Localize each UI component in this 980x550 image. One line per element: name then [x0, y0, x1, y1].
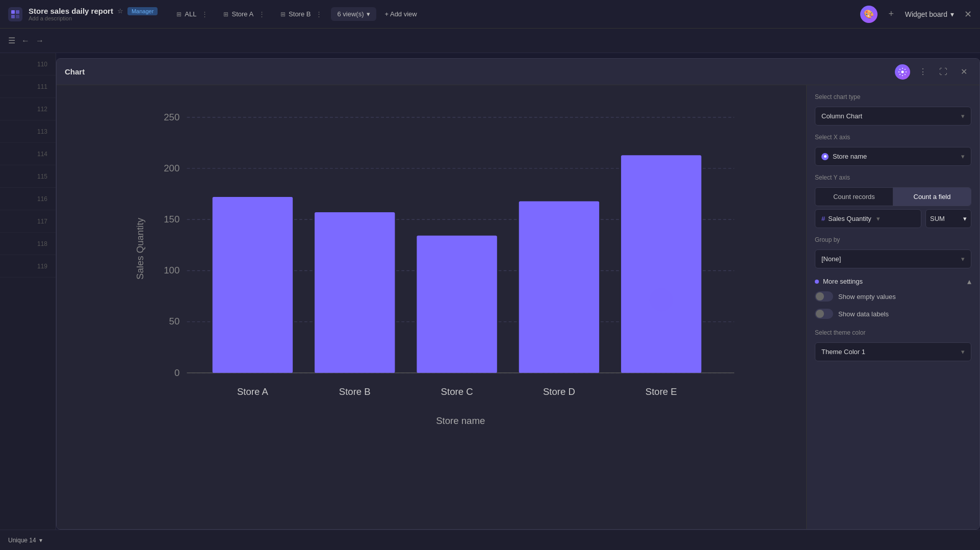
chart-area: 0 50 100 150 200 250 Sales Quantity: [57, 85, 806, 529]
views-button[interactable]: 6 view(s) ▾: [331, 7, 376, 21]
group-by-label: Group by: [815, 236, 971, 243]
group-by-value: [None]: [821, 255, 841, 263]
chevron-down-icon-chart: ▾: [961, 112, 965, 120]
widget-board-label: Widget board: [905, 10, 947, 18]
tab-all-label: ALL: [185, 10, 196, 18]
title-section: Store sales daily report ☆ Manager Add a…: [29, 7, 158, 21]
settings-icon: [898, 68, 907, 76]
count-field-button[interactable]: Count a field: [893, 188, 971, 206]
modal-header-actions: ⋮ ⛶ ✕: [895, 64, 971, 80]
redo-icon[interactable]: →: [36, 36, 44, 45]
expand-button[interactable]: ⛶: [936, 64, 951, 80]
settings-button[interactable]: [895, 64, 910, 80]
modal-title: Chart: [65, 67, 85, 76]
widget-board-button[interactable]: Widget board ▾: [905, 10, 954, 18]
svg-text:0: 0: [174, 367, 179, 378]
grid-icon-b: ⊞: [280, 11, 286, 18]
chart-type-dropdown[interactable]: Column Chart ▾: [815, 107, 971, 126]
y-axis-buttons: Count records Count a field: [815, 187, 971, 206]
chevron-down-icon-wb: ▾: [950, 10, 954, 18]
nav-tabs: ⊞ ALL ⋮ ⊞ Store A ⋮ ⊞ Store B ⋮ 6 view(s…: [170, 7, 423, 21]
tab-store-b[interactable]: ⊞ Store B ⋮: [274, 7, 329, 21]
show-data-labels-toggle[interactable]: [815, 309, 833, 319]
svg-text:100: 100: [164, 265, 179, 276]
chevron-down-icon-x: ▾: [961, 153, 965, 160]
y-axis-section: Select Y axis Count records Count a fiel…: [815, 174, 971, 228]
more-settings-section: More settings ▴ Show empty values Show d…: [815, 277, 971, 321]
svg-text:150: 150: [164, 214, 179, 224]
row-117: 117: [0, 210, 56, 233]
x-axis-value: Store name: [833, 153, 867, 160]
undo-icon[interactable]: ←: [21, 36, 30, 45]
tab-store-a[interactable]: ⊞ Store A ⋮: [217, 7, 272, 21]
add-view-label: + Add view: [384, 10, 417, 18]
close-top-button[interactable]: ✕: [964, 9, 972, 20]
unique-label: Unique 14: [8, 537, 36, 544]
show-empty-values-toggle[interactable]: [815, 291, 833, 302]
row-112: 112: [0, 98, 56, 120]
menu-icon[interactable]: ☰: [8, 36, 15, 45]
unique-badge[interactable]: Unique 14 ▾: [8, 537, 42, 544]
tab-store-b-label: Store B: [289, 10, 311, 18]
add-view-button[interactable]: + Add view: [378, 7, 423, 21]
svg-rect-2: [11, 15, 15, 18]
field-name-dropdown[interactable]: # Sales Quantity ▾: [815, 209, 921, 228]
row-116: 116: [0, 188, 56, 210]
group-by-section: Group by [None] ▾: [815, 236, 971, 268]
more-settings-label: More settings: [823, 278, 863, 285]
chart-type-label: Select chart type: [815, 93, 971, 101]
x-axis-label: Select X axis: [815, 134, 971, 141]
main-content: 110 111 112 113 114 115 116 117 118 119 …: [0, 53, 980, 550]
row-118: 118: [0, 233, 56, 255]
row-119: 119: [0, 255, 56, 278]
chart-type-section: Select chart type Column Chart ▾: [815, 93, 971, 126]
aggregation-dropdown[interactable]: SUM ▾: [925, 209, 971, 228]
chevron-down-icon: ▾: [367, 10, 370, 18]
tab-store-a-more[interactable]: ⋮: [259, 10, 265, 18]
svg-text:200: 200: [164, 163, 179, 173]
app-title: Store sales daily report: [29, 7, 113, 15]
close-modal-button[interactable]: ✕: [956, 64, 971, 80]
svg-point-4: [901, 70, 904, 73]
x-label-store-a: Store A: [237, 386, 269, 397]
row-114: 114: [0, 143, 56, 165]
tab-store-b-more[interactable]: ⋮: [316, 10, 322, 18]
bar-store-b: [315, 212, 395, 373]
grid-icon: ⊞: [176, 11, 182, 18]
drag-handle[interactable]: [650, 288, 673, 312]
x-axis-title: Store name: [436, 415, 485, 426]
star-icon[interactable]: ☆: [117, 7, 123, 15]
aggregation-value: SUM: [930, 215, 945, 222]
svg-rect-0: [11, 10, 15, 14]
active-dot: [815, 280, 819, 284]
x-label-store-d: Store D: [543, 386, 575, 397]
x-axis-option[interactable]: Store name ▾: [815, 147, 971, 166]
tab-all[interactable]: ⊞ ALL ⋮: [170, 7, 215, 21]
chevron-down-icon-theme: ▾: [961, 348, 965, 356]
row-111: 111: [0, 76, 56, 98]
show-data-labels-label: Show data labels: [838, 310, 889, 318]
more-settings-header[interactable]: More settings ▴: [815, 277, 971, 286]
svg-rect-1: [16, 10, 19, 14]
chart-modal: Chart ⋮ ⛶ ✕: [56, 58, 980, 530]
bar-store-e: [621, 155, 701, 372]
more-options-button[interactable]: ⋮: [915, 64, 931, 80]
top-bar: Store sales daily report ☆ Manager Add a…: [0, 0, 980, 29]
app-icon: [8, 7, 22, 21]
group-by-dropdown[interactable]: [None] ▾: [815, 249, 971, 268]
right-section: 🎨 + Widget board ▾ ✕: [860, 6, 972, 23]
x-axis-section: Select X axis Store name ▾: [815, 134, 971, 166]
manager-badge: Manager: [127, 7, 158, 15]
theme-color-dropdown[interactable]: Theme Color 1 ▾: [815, 342, 971, 361]
app-subtitle[interactable]: Add a description: [29, 15, 158, 21]
field-row: # Sales Quantity ▾ SUM ▾: [815, 209, 971, 228]
show-empty-values-row: Show empty values: [815, 289, 971, 304]
count-records-button[interactable]: Count records: [815, 188, 893, 206]
plus-button[interactable]: +: [884, 7, 899, 22]
chevron-down-icon-field: ▾: [876, 215, 880, 222]
tab-all-more[interactable]: ⋮: [201, 10, 208, 18]
svg-text:Sales Quantity: Sales Quantity: [135, 217, 145, 280]
x-label-store-c: Store C: [441, 386, 473, 397]
row-110: 110: [0, 53, 56, 76]
theme-color-section: Select theme color Theme Color 1 ▾: [815, 329, 971, 361]
